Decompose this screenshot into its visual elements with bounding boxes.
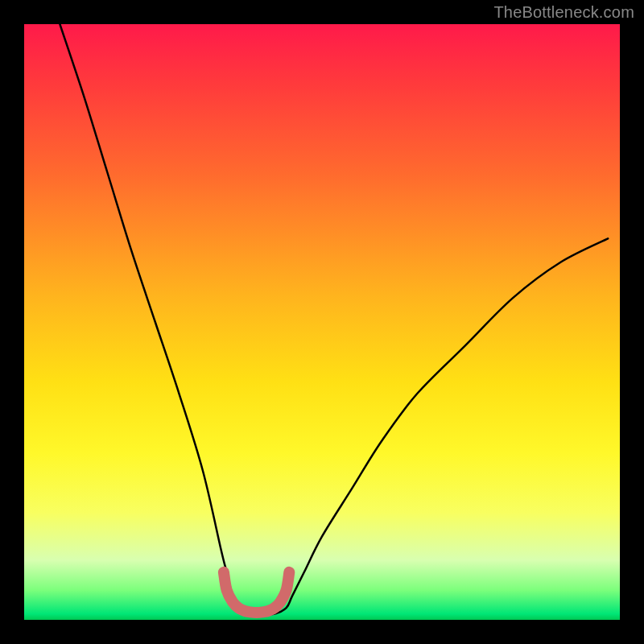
chart-frame: TheBottleneck.com — [0, 0, 644, 644]
curve-layer — [24, 24, 620, 620]
plot-area — [24, 24, 620, 620]
bottleneck-curve — [60, 24, 608, 614]
optimal-marker — [224, 572, 289, 613]
watermark-text: TheBottleneck.com — [493, 3, 634, 22]
